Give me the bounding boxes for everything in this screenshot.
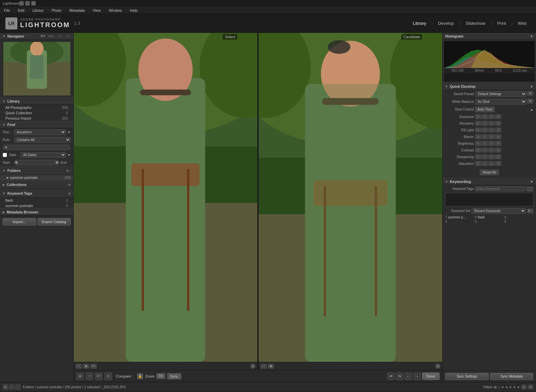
qd-bri-r[interactable]: › [488,141,494,146]
filter-btn-2[interactable]: ⊞ [528,385,533,389]
kw-set-btn[interactable]: ▼ [527,209,533,213]
keyword-tags-add-btn[interactable]: + [68,191,71,196]
maximize-button[interactable]: □ [25,1,30,6]
qd-rec-l[interactable]: ‹ [482,121,488,126]
view-survey-btn[interactable]: ⊡ [105,373,112,380]
qd-reset-btn[interactable]: Reset All [480,170,499,175]
kw-set-select[interactable]: Recent Keywords [472,208,526,214]
qd-sat-ll[interactable]: « [475,161,481,166]
select-tool-1[interactable]: □ [76,364,82,369]
keyword-tags-header[interactable]: ▼ Keyword Tags + [0,189,73,198]
done-button[interactable]: Done [422,373,440,380]
nav-option-fill[interactable]: FILL [48,34,56,38]
qd-fill-ll[interactable]: « [475,128,481,132]
select-tool-3[interactable]: XY [90,364,96,369]
qd-white-balance-select[interactable]: As Shot [475,99,527,105]
folders-add-btn[interactable]: + [66,168,69,173]
navigator-header[interactable]: ▼ Navigator FIT FILL 1:1 1:2 [0,33,73,40]
qd-fill-r[interactable]: › [488,128,494,132]
qd-blk-rr[interactable]: » [495,134,501,139]
kw-expand[interactable]: ▼ [530,180,533,184]
qd-sha-r[interactable]: › [488,154,494,159]
quick-develop-header[interactable]: ▼ Quick Develop ▼ [443,83,536,90]
lock-icon[interactable]: 🔒 [137,373,143,379]
swap-right-btn[interactable]: ⇆ [396,373,403,380]
qd-blk-l[interactable]: ‹ [482,134,488,139]
tab-library[interactable]: Library [409,19,430,27]
qd-exp-ll[interactable]: « [475,114,481,119]
qd-con-l[interactable]: ‹ [482,148,488,152]
find-date-arrow[interactable]: ▼ [67,153,71,157]
qd-sat-l[interactable]: ‹ [482,161,488,166]
qd-blk-ll[interactable]: « [475,134,481,139]
qd-sha-l[interactable]: ‹ [482,154,488,159]
qd-expand[interactable]: ▼ [530,85,533,88]
qd-auto-tone-btn[interactable]: Auto Tone [475,107,495,112]
sync-settings-btn[interactable]: Sync Settings [445,373,489,380]
sync-button[interactable]: Sync [167,373,181,379]
kw-word-7[interactable]: summer p... [448,215,466,219]
qd-sat-rr[interactable]: » [495,161,501,166]
prev-btn[interactable]: ← [405,373,412,380]
minimize-button[interactable]: — [19,1,24,6]
library-header[interactable]: ▼ Library [0,97,73,105]
find-date-select[interactable]: All Dates [20,152,66,158]
find-text-arrow[interactable]: ▼ [67,130,71,134]
export-catalog-button[interactable]: Export Catalog [38,218,71,225]
filmstrip-next-btn[interactable]: → [15,384,21,390]
library-quick-collection[interactable]: Quick Collection 0 [0,110,73,116]
find-date-checkbox[interactable] [3,153,7,157]
metadata-browser-header[interactable]: ▶ Metadata Browser [0,208,73,216]
filter-icon-2[interactable]: □ [498,385,500,389]
cand-tool-1[interactable]: □ [261,364,267,369]
qd-sha-rr[interactable]: » [495,154,501,159]
filmstrip-home-btn[interactable]: ⊞ [3,384,8,390]
qd-rec-rr[interactable]: » [495,121,501,126]
qd-sat-r[interactable]: › [488,161,494,166]
menu-library[interactable]: Library [31,8,45,13]
qd-rec-r[interactable]: › [488,121,494,126]
swap-left-btn[interactable]: ⇄ [387,373,395,380]
tab-slideshow[interactable]: Slideshow [462,19,489,27]
view-compare-btn[interactable]: XY [95,373,103,380]
sync-metadata-btn[interactable]: Sync Metadata [490,373,534,380]
menu-metadata[interactable]: Metadata [68,8,86,13]
tab-web[interactable]: Web [514,19,531,27]
folders-header[interactable]: ▼ Folders + - [0,166,73,175]
collections-add-btn[interactable]: + [68,182,71,187]
qd-sha-ll[interactable]: « [475,154,481,159]
qd-exp-rr[interactable]: » [495,114,501,119]
qd-saved-preset-select[interactable]: Default Settings [475,91,527,97]
kw-word-8[interactable]: flash [478,215,485,219]
find-text-select[interactable]: Anywhere [14,129,66,135]
qd-con-ll[interactable]: « [475,148,481,152]
nav-option-fit[interactable]: FIT [40,34,46,38]
qd-saved-preset-btn[interactable]: ▼ [527,91,533,96]
qd-bri-l[interactable]: ‹ [482,141,488,146]
keywording-header[interactable]: ▼ Keywording ▼ [443,178,536,185]
close-button[interactable]: ✕ [31,1,36,6]
menu-file[interactable]: File [3,8,11,13]
cand-tool-2[interactable]: ▦ [268,364,274,369]
qd-blk-r[interactable]: › [488,134,494,139]
folders-minus-btn[interactable]: - [69,169,71,173]
select-tool-2[interactable]: ▦ [83,364,89,369]
folder-summer-portraits[interactable]: ▶ summer portraits 205 [0,175,73,180]
library-previous-import[interactable]: Previous Import 205 [0,116,73,121]
qd-fill-rr[interactable]: » [495,128,501,132]
menu-edit[interactable]: Edit [17,8,26,13]
histogram-header[interactable]: Histogram ▼ [443,33,536,40]
tab-print[interactable]: Print [493,19,510,27]
find-rule-select[interactable]: Contains All [14,137,71,143]
tab-develop[interactable]: Develop [434,19,458,27]
qd-exp-r[interactable]: › [488,114,494,119]
qd-con-rr[interactable]: » [495,148,501,152]
nav-option-1-1[interactable]: 1:1 [57,34,63,38]
qd-bri-ll[interactable]: « [475,141,481,146]
qd-exp-l[interactable]: ‹ [482,114,488,119]
qd-fill-l[interactable]: ‹ [482,128,488,132]
menu-photo[interactable]: Photo [50,8,63,13]
select-close-btn[interactable]: ✕ [251,364,255,369]
qd-rec-ll[interactable]: « [475,121,481,126]
menu-help[interactable]: Help [129,8,139,13]
